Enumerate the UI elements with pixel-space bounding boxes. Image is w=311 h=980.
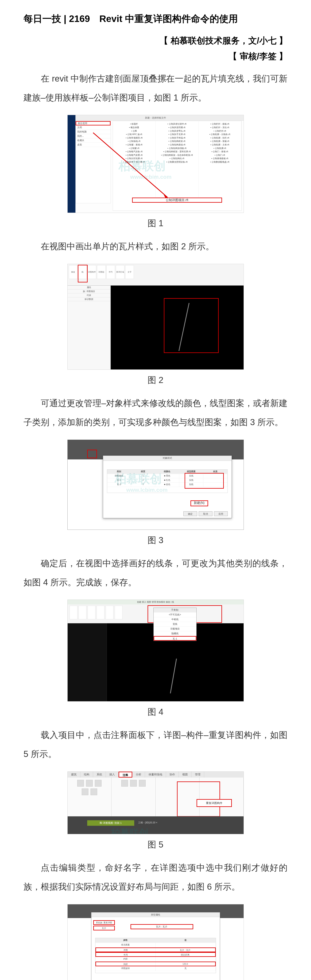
svg-line-0 — [93, 133, 168, 197]
dim-icon[interactable] — [95, 780, 102, 786]
cancel-button[interactable]: 取消 — [199, 511, 213, 516]
grid-row[interactable]: 间距120.0 — [95, 962, 216, 966]
fig2-ribbon: 修改线详图构件详图组符号遮罩区域文字 — [68, 264, 244, 286]
ok-button[interactable]: 确定 — [183, 511, 197, 516]
table-header: 线颜色 — [155, 469, 179, 474]
fig1-sidebar — [68, 115, 75, 213]
fig1-file-item[interactable]: ▪ 公制轮廓 - 主体.rft — [200, 143, 240, 146]
ribbon-button[interactable]: 文字 — [125, 265, 134, 279]
fig5-repeat-detail-command[interactable]: 重复详图构件 — [197, 799, 232, 807]
fig1-dialog-title: 新建 - 选择样板文件 — [68, 115, 244, 121]
component-icon[interactable] — [130, 780, 137, 786]
detail-icon[interactable] — [121, 780, 128, 786]
ribbon-button[interactable] — [70, 606, 78, 619]
grid-row[interactable]: 详图瓦片 : 瓦片 — [95, 947, 216, 952]
fig1-file-item[interactable]: ▪ 公制风管过渡件.rft — [157, 122, 197, 126]
ribbon-button[interactable] — [115, 606, 122, 619]
fig2-line-tool-highlight[interactable] — [78, 265, 87, 282]
ribbon-button[interactable]: 遮罩区域 — [116, 265, 124, 279]
grid-cell: 内部 — [95, 957, 156, 961]
fig2-tile-highlight — [164, 298, 219, 353]
fig1-file-item[interactable]: ▪ 公制风管四通.rft — [157, 126, 197, 129]
figure-1-image: 新建 - 选择样板文件 最近使用 文档 我的电脑 我的... 收藏夹 桌面 ▪ … — [67, 115, 244, 213]
ribbon-tab[interactable]: 协作 — [166, 772, 179, 778]
ribbon-button[interactable]: 详图构件 — [87, 265, 96, 279]
fig4-subcategory-dropdown[interactable]: 子类别:<不可见线>中粗线宽线详图项目隐藏线瓦-1 — [154, 608, 197, 641]
ribbon-button[interactable]: 详图组 — [97, 265, 106, 279]
ribbon-tab[interactable]: 管理 — [192, 772, 204, 778]
fig1-file-item[interactable]: ▪ 概念体量 — [114, 126, 154, 129]
dropdown-option[interactable]: 隐藏线 — [154, 631, 196, 636]
dim-icon[interactable] — [77, 780, 84, 786]
region-icon[interactable] — [139, 780, 146, 786]
fig4-properties — [68, 623, 107, 701]
grid-row[interactable]: 布局固定距离 — [95, 952, 216, 957]
table-cell: 瓦-1 — [107, 478, 131, 482]
dropdown-option[interactable]: 中粗线 — [154, 617, 196, 622]
fig1-file-item[interactable]: ▪ 标题栏 — [114, 122, 154, 126]
dim-icon[interactable] — [82, 789, 88, 795]
fig1-file-item[interactable]: ▪ 公制门.rft — [200, 153, 240, 157]
ribbon-button[interactable] — [87, 606, 95, 619]
fig5-active-view-tab[interactable]: 释:详图视图: 剖面 1 — [87, 820, 134, 826]
ribbon-tab[interactable]: 注释 — [119, 772, 132, 778]
fig3-manage-button-highlight[interactable] — [87, 450, 97, 458]
byline-reviewer: 【 审核/李签 】 — [24, 49, 287, 63]
ribbon-button[interactable]: 修改 — [69, 265, 78, 279]
table-cell: 1 — [131, 474, 155, 478]
grid-cell: 详图旋转 — [95, 966, 156, 971]
fig1-file-item[interactable]: ▪ 公制幕墙嵌板.rft — [200, 157, 240, 160]
fig6-params-grid[interactable]: 参数值填充图案详图瓦片 : 瓦片布局固定距离内部间距120.0详图旋转无 — [95, 938, 216, 973]
figure-3-image: 对象样式 类别线宽线颜色线型图案材质详图项目1■ 黑色实线 瓦-11■ 红色实线… — [67, 440, 244, 530]
table-cell: ■ 黑色 — [155, 474, 179, 478]
fig1-file-item[interactable]: ▪ 公制栏杆.rft — [200, 129, 240, 133]
property-row: 族: 详图项目 — [68, 290, 111, 293]
fig1-file-item[interactable]: ▪ 公制轮廓 - 分隔条.rft — [200, 133, 240, 136]
fig1-file-item[interactable]: ▪ 公制轮廓.rft — [200, 146, 240, 150]
grid-header: 参数 — [95, 938, 156, 943]
apply-button[interactable]: 应用 — [214, 511, 228, 516]
dropdown-option[interactable]: 详图项目 — [154, 627, 196, 631]
dropdown-option[interactable]: <不可见线> — [154, 612, 196, 617]
fig1-file-item[interactable]: ▪ 公制轮廓 - 竖梃.rft — [200, 140, 240, 143]
fig1-file-item[interactable]: ▪ 公制栏杆 - 支柱.rft — [200, 126, 240, 129]
fig5-other-view-tab[interactable]: 三维 - {3D}20.20 × — [138, 821, 157, 824]
byline-author: 【 柏慕联创技术服务，文/小七 】 — [24, 34, 287, 48]
ribbon-tab[interactable]: 建筑 — [68, 772, 80, 778]
ribbon-tab[interactable]: 视图 — [179, 772, 192, 778]
ribbon-tab[interactable]: 插入 — [106, 772, 119, 778]
fig1-file-item[interactable]: ▪ 公制栏杆 - 嵌板.rft — [200, 122, 240, 126]
ribbon-button[interactable] — [97, 606, 105, 619]
grid-cell — [156, 943, 216, 947]
fig4-sketch-line[interactable] — [170, 659, 177, 694]
figure-2-image: 修改线详图构件详图组符号遮罩区域文字 属性族: 详图项目约束标识数据 — [67, 264, 244, 370]
fig6-detail-highlight[interactable]: 瓦片 : 瓦片 — [130, 924, 193, 929]
fig2-canvas[interactable] — [111, 286, 244, 369]
figure-3: 对象样式 类别线宽线颜色线型图案材质详图项目1■ 黑色实线 瓦-11■ 红色实线… — [24, 440, 287, 531]
ribbon-button[interactable]: 符号 — [106, 265, 115, 279]
grid-row[interactable]: 填充图案 — [95, 943, 216, 947]
ribbon-tab[interactable]: 体量和场地 — [145, 772, 166, 778]
grid-cell: 120.0 — [156, 962, 215, 966]
grid-row[interactable]: 内部 — [95, 957, 216, 962]
fig6-type-field[interactable]: 瓦片 — [93, 926, 115, 931]
dim-icon[interactable] — [86, 780, 93, 786]
ribbon-tab[interactable]: 结构 — [80, 772, 93, 778]
fig1-file-item[interactable]: ▪ 公制轮廓 - 扶栏.rft — [200, 136, 240, 140]
fig6-family-field[interactable]: 系统族: 重复详图 — [93, 920, 115, 925]
dim-icon[interactable] — [90, 789, 97, 795]
dropdown-option[interactable]: 宽线 — [154, 622, 196, 627]
grid-row[interactable]: 详图旋转无 — [95, 966, 216, 971]
fig1-file-item[interactable]: ▪ 公制数据配电盘.rft — [200, 160, 240, 164]
grid-cell: 详图 — [96, 948, 156, 951]
fig1-file-item[interactable]: ▪ 公制门 - 幕墙.rft — [200, 150, 240, 153]
ribbon-tab[interactable]: 系统 — [93, 772, 106, 778]
property-row: 属性 — [68, 286, 111, 290]
ribbon-button[interactable] — [106, 606, 113, 619]
ribbon-tab[interactable]: 分析 — [132, 772, 145, 778]
ribbon-button[interactable] — [79, 606, 86, 619]
fig1-place-item[interactable]: 文档 — [76, 126, 111, 130]
dropdown-option[interactable]: 瓦-1 — [154, 636, 196, 641]
fig3-new-button-highlight[interactable]: 新建(N) — [190, 500, 208, 506]
fig1-place-item[interactable]: 最近使用 — [76, 121, 111, 126]
